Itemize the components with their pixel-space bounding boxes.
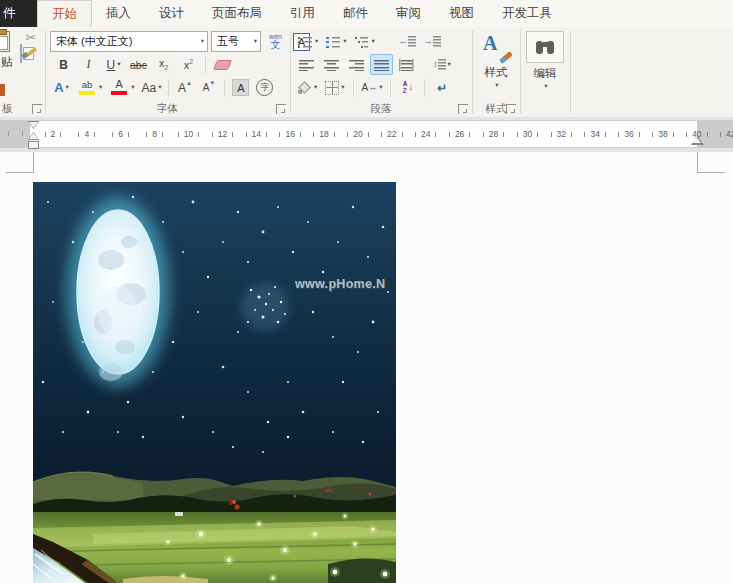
ruler-cell: 10 <box>172 121 206 147</box>
ribbon-tab[interactable]: 设计 <box>145 0 198 27</box>
phonetic-guide-button[interactable]: wén 文 <box>264 31 287 52</box>
numbering-icon <box>326 36 341 48</box>
sort-button[interactable]: AZ↓ <box>396 77 419 98</box>
numbering-button[interactable]: ▾ <box>323 31 349 52</box>
ribbon-tab[interactable]: 引用 <box>276 0 329 27</box>
clipped-icon-fragment <box>0 84 5 96</box>
clipboard-dialog-launcher[interactable] <box>32 104 42 114</box>
ruler-cell: 16 <box>273 121 307 147</box>
ruler-cell: 24 <box>409 121 443 147</box>
styles-icon: A <box>483 32 509 62</box>
align-center-button[interactable] <box>320 54 343 75</box>
ribbon: 贴 ✂ 板 宋体 (中文正文) ▾ 五号 ▾ <box>0 27 733 118</box>
font-size-combo[interactable]: 五号 ▾ <box>211 31 261 52</box>
shading-button[interactable]: ▾ <box>295 77 320 98</box>
image-watermark-text: www.pHome.N <box>295 277 385 291</box>
superscript-button[interactable]: x2 <box>177 54 200 75</box>
clipboard-group: 贴 ✂ 板 <box>0 27 45 117</box>
inline-picture-moon-night-scene[interactable]: www.pHome.N <box>33 182 396 583</box>
clear-formatting-button[interactable] <box>211 54 234 75</box>
distribute-button[interactable] <box>395 54 418 75</box>
ribbon-tab[interactable]: 审阅 <box>382 0 435 27</box>
asian-layout-button[interactable]: A↔▾ <box>359 77 386 98</box>
increase-indent-button[interactable]: → <box>421 31 444 52</box>
font-group: 宋体 (中文正文) ▾ 五号 ▾ wén 文 A B <box>46 27 289 117</box>
ribbon-tab[interactable]: 插入 <box>92 0 145 27</box>
horizontal-ruler: 2 4 6 8 10 12 14 16 18 20 <box>0 120 733 148</box>
moon-scene-graphic <box>33 182 396 583</box>
bold-button[interactable]: B <box>52 54 75 75</box>
editing-button[interactable]: 编辑 ▾ <box>524 29 566 101</box>
chevron-down-icon: ▾ <box>117 61 120 68</box>
change-case-button[interactable]: Aa▾ <box>139 77 165 98</box>
ribbon-tabs: 开始插入设计页面布局引用邮件审阅视图开发工具 <box>37 0 566 27</box>
align-left-button[interactable] <box>295 54 318 75</box>
styles-dialog-launcher[interactable] <box>506 104 516 114</box>
ruler-cell: 38 <box>646 121 680 147</box>
line-spacing-button[interactable]: ↕▾ <box>430 54 454 75</box>
ruler-cell: 4 <box>70 121 104 147</box>
bullets-button[interactable]: ▾ <box>295 31 321 52</box>
character-shading-button[interactable]: A <box>229 77 252 98</box>
ruler-cell: 30 <box>510 121 544 147</box>
chevron-down-icon: ▾ <box>254 38 257 45</box>
ruler-cell: 34 <box>578 121 612 147</box>
align-right-icon <box>349 59 364 71</box>
grow-font-button[interactable]: A▲ <box>173 77 196 98</box>
paste-icon[interactable] <box>0 31 10 52</box>
ruler-cell: 8 <box>138 121 172 147</box>
ribbon-tab[interactable]: 页面布局 <box>198 0 276 27</box>
chevron-down-icon: ▾ <box>201 38 204 45</box>
left-indent-marker[interactable] <box>28 141 39 149</box>
font-name-combo[interactable]: 宋体 (中文正文) ▾ <box>50 31 208 52</box>
subscript-button[interactable]: x2 <box>152 54 175 75</box>
justify-button[interactable] <box>370 54 393 75</box>
ribbon-tab[interactable]: 开始 <box>37 0 92 28</box>
font-color-swatch <box>111 91 127 95</box>
enclose-characters-button[interactable]: 字 <box>253 77 276 98</box>
text-boundary-mark-top-right <box>697 152 725 173</box>
chevron-down-icon: ▾ <box>495 82 498 89</box>
align-center-icon <box>324 59 339 71</box>
multilevel-list-icon <box>355 36 370 48</box>
highlight-color-button[interactable]: ab▾ <box>74 77 105 98</box>
ribbon-tab[interactable]: 视图 <box>435 0 488 27</box>
ruler-cell: 36 <box>612 121 646 147</box>
ruler-cell: 2 <box>36 121 70 147</box>
borders-button[interactable]: ▾ <box>322 77 347 98</box>
cut-icon[interactable]: ✂ <box>20 30 42 45</box>
borders-icon <box>325 81 339 95</box>
strikethrough-button[interactable]: abc <box>127 54 150 75</box>
ribbon-tab[interactable]: 开发工具 <box>488 0 566 27</box>
tab-file[interactable]: 件 <box>0 0 37 27</box>
paragraph-group-label: 段落 <box>291 102 471 116</box>
document-page: www.pHome.N <box>0 152 733 583</box>
styles-button[interactable]: A 样式 ▾ <box>476 29 516 101</box>
justify-icon <box>374 59 389 71</box>
font-name-value: 宋体 (中文正文) <box>56 34 132 49</box>
ruler-cell: 18 <box>307 121 341 147</box>
shrink-font-button[interactable]: A▼ <box>197 77 220 98</box>
paragraph-dialog-launcher[interactable] <box>458 104 468 114</box>
align-right-button[interactable] <box>345 54 368 75</box>
bullets-icon <box>298 36 313 48</box>
paint-bucket-icon <box>298 81 312 94</box>
text-effects-button[interactable]: A▾ <box>50 77 73 98</box>
underline-button[interactable]: U▾ <box>102 54 125 75</box>
multilevel-list-button[interactable]: ▾ <box>352 31 378 52</box>
styles-group: A 样式 ▾ 样式 <box>473 27 519 117</box>
paragraph-group: ▾ ▾ ▾ ← → ↕▾ ▾ ▾ A↔▾ <box>291 27 471 117</box>
decrease-indent-button[interactable]: ← <box>396 31 419 52</box>
italic-button[interactable]: I <box>77 54 100 75</box>
ruler-cell: 26 <box>443 121 477 147</box>
font-color-button[interactable]: A▾ <box>106 77 137 98</box>
paste-button-label[interactable]: 贴 <box>1 55 13 70</box>
phonetic-guide-icon: wén 文 <box>269 33 282 50</box>
ribbon-tab[interactable]: 邮件 <box>329 0 382 27</box>
ruler-cell: 12 <box>205 121 239 147</box>
ribbon-tab-bar: 件 开始插入设计页面布局引用邮件审阅视图开发工具 <box>0 0 733 28</box>
font-dialog-launcher[interactable] <box>276 104 286 114</box>
word-window: 件 开始插入设计页面布局引用邮件审阅视图开发工具 贴 ✂ 板 <box>0 0 733 583</box>
ruler-cell: 42 <box>714 121 733 147</box>
show-hide-marks-button[interactable]: ↵ <box>430 77 453 98</box>
